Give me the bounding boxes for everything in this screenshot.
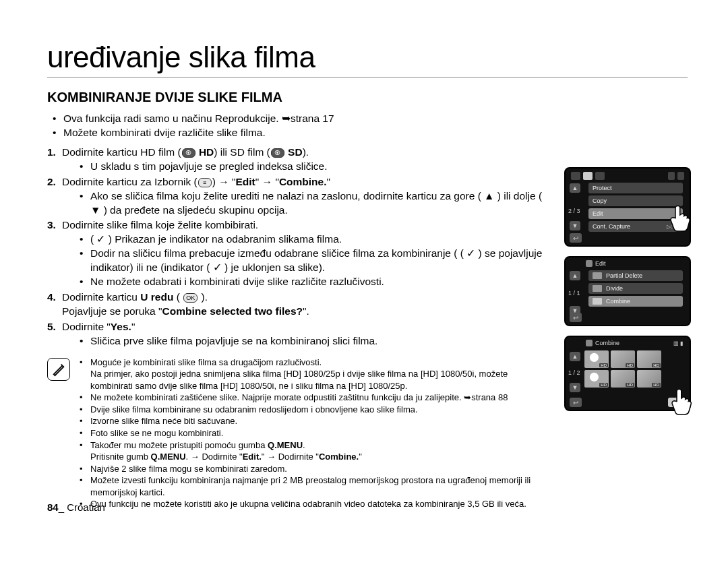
text: Dodirnite ": [62, 321, 111, 332]
hd-badge: HD: [599, 363, 608, 367]
setting-icon: [586, 260, 593, 267]
hd-badge: HD: [626, 383, 634, 387]
screen-combine: Combine▥ ▮ ▲ HD HD HD HD HD HD ▼ 1 / 2 ↩…: [564, 336, 691, 411]
sub-bullet: Ako se sličica filma koju želite urediti…: [62, 189, 546, 218]
text: " → ": [255, 176, 279, 187]
text: ": [327, 176, 331, 187]
step-3: 3. Dodirnite slike filma koje želite kom…: [47, 218, 546, 289]
sub-bullet: Dodir na sličicu filma prebacuje između …: [62, 247, 546, 275]
hd-badge: HD: [599, 383, 608, 387]
up-arrow-icon: ▲: [570, 352, 580, 361]
step-number: 1.: [47, 146, 56, 160]
text: Dodirnite karticu: [62, 291, 140, 303]
intro-bullet: Možete kombinirati dvije različite slike…: [47, 126, 546, 140]
sub-bullet: U skladu s tim pojavljuje se pregled ind…: [62, 160, 546, 174]
thumbnail: HD: [584, 350, 609, 368]
bold: Yes.: [111, 321, 131, 332]
down-arrow-icon: ▼: [570, 221, 580, 230]
menu-row: Partial Delete: [606, 272, 642, 279]
page-footer: 84_ Croatian: [47, 501, 105, 513]
hd-badge: HD: [652, 363, 661, 367]
thumbnail: HD: [637, 350, 661, 368]
footer-language: Croatian: [67, 501, 105, 513]
text: Dodirnite karticu za Izbornik (: [62, 176, 198, 187]
row-icon: [593, 272, 602, 279]
sub-bullet: ( ✓ ) Prikazan je indikator na odabranim…: [62, 233, 546, 247]
ok-button: OK: [668, 398, 686, 407]
up-arrow-icon: ▲: [570, 183, 580, 193]
reel-icon: [586, 340, 593, 346]
text: ).: [303, 146, 309, 158]
menu-row: Copy: [593, 197, 607, 204]
screen-menu: ▲ Protect Copy Edit Cont. Capture▷⬚1 ▼ 2…: [564, 167, 691, 247]
notes-list: Moguće je kombinirati slike filma sa dru…: [77, 357, 546, 510]
text: Dodirnite slike filma koje želite kombib…: [62, 219, 258, 230]
text: ) ili SD film (: [214, 146, 270, 158]
text: ".: [303, 305, 309, 317]
menu-icon: ≡: [198, 178, 212, 187]
menu-row: Combine: [606, 298, 630, 305]
bold: Combine.: [279, 176, 327, 187]
page-counter: 1 / 1: [568, 290, 580, 297]
text: ).: [198, 291, 208, 303]
menu-row: Protect: [593, 185, 612, 191]
page-number: 84: [47, 501, 59, 513]
page-counter: 2 / 3: [568, 208, 580, 214]
text: _: [59, 501, 67, 513]
reel-icon: ⦿: [271, 148, 284, 158]
screen-title: Combine: [595, 340, 619, 346]
note-item: Najviše 2 slike filma mogu se kombinirat…: [77, 463, 546, 475]
section-heading: KOMBINIRANJE DVIJE SLIKE FILMA: [47, 90, 688, 105]
note-item: Također mu možete pristupiti pomoću gumb…: [77, 439, 546, 463]
ok-icon: OK: [183, 293, 198, 303]
step-5: 5. Dodirnite "Yes." Sličica prve slike f…: [47, 320, 546, 348]
note-item: Izvorne slike filma neće biti sačuvane.: [77, 415, 546, 427]
sub-bullet: Ne možete odabrati i kombinirati dvije s…: [62, 275, 546, 289]
step-4: 4. Dodirnite karticu U redu ( OK ). Poja…: [47, 290, 546, 319]
menu-row: Cont. Capture: [593, 223, 630, 230]
screen-edit: Edit ▲ Partial Delete Divide Combine ▼ 1…: [564, 256, 691, 326]
page-title: uređivanje slika filma: [47, 40, 688, 78]
bold: HD: [199, 146, 214, 158]
note-item: Možete izvesti funkciju kombiniranja naj…: [77, 474, 546, 498]
row-icon: [593, 285, 602, 292]
text: Pojavljuje se poruka ": [62, 305, 162, 317]
note-icon: [47, 358, 70, 381]
bold: Edit: [236, 176, 255, 187]
illustration-column: ▲ Protect Copy Edit Cont. Capture▷⬚1 ▼ 2…: [564, 167, 691, 421]
screen-title: Edit: [595, 260, 606, 267]
reel-icon: ⦿: [182, 148, 195, 158]
note-item: Moguće je kombinirati slike filma sa dru…: [77, 357, 546, 392]
bold: SD: [288, 146, 303, 158]
note-item: Dvije slike filma kombinirane su odabran…: [77, 404, 546, 416]
menu-row: Divide: [606, 285, 623, 292]
back-icon: ↩: [570, 313, 582, 322]
text: (: [173, 291, 183, 303]
hd-badge: HD: [652, 383, 661, 387]
step-number: 3.: [47, 218, 56, 233]
note-item: Ovu funkciju ne možete koristiti ako je …: [77, 498, 546, 510]
bold: U redu: [140, 291, 173, 303]
up-arrow-icon: ▲: [570, 271, 580, 280]
sub-bullet: Sličica prve slike filma pojavljuje se n…: [62, 334, 546, 348]
thumbnail: HD: [611, 370, 635, 388]
content-column: Ova funkcija radi samo u načinu Reproduk…: [47, 112, 546, 510]
bold: Combine selected two files?: [162, 305, 303, 317]
text: Dodirnite karticu HD film (: [62, 146, 181, 158]
step-2: 2. Dodirnite karticu za Izbornik (≡) → "…: [47, 175, 546, 218]
note-item: Foto slike se ne mogu kombinirati.: [77, 427, 546, 439]
step-number: 2.: [47, 175, 56, 189]
text: ) → ": [212, 176, 236, 187]
hd-badge: HD: [626, 363, 634, 367]
page-counter: 1 / 2: [568, 369, 580, 376]
intro-bullet: Ova funkcija radi samo u načinu Reproduk…: [47, 112, 546, 126]
step-1: 1. Dodirnite karticu HD film (⦿ HD) ili …: [47, 146, 546, 174]
menu-row: Edit: [593, 210, 603, 217]
note-item: Ne možete kombinirati zaštićene slike. N…: [77, 392, 546, 404]
row-icon: [593, 298, 602, 305]
back-icon: ↩: [570, 398, 582, 407]
back-icon: ↩: [570, 233, 582, 243]
step-number: 4.: [47, 290, 56, 305]
thumbnail: HD: [611, 350, 635, 368]
step-number: 5.: [47, 320, 56, 334]
